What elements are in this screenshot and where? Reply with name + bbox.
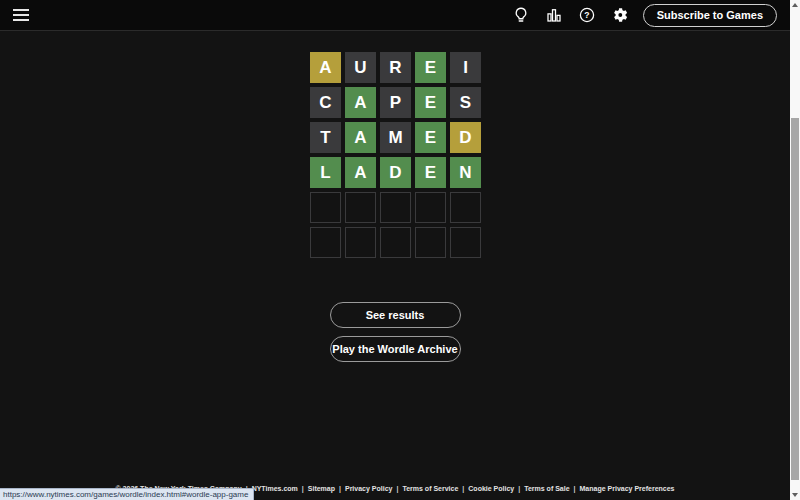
footer-separator [518,485,520,492]
footer-link-terms-of-service[interactable]: Terms of Service [402,485,458,492]
tile-r1c2: U [345,52,376,83]
scrollbar-down-arrow-icon[interactable] [790,490,800,500]
hamburger-menu-icon[interactable] [13,9,29,21]
footer-link-privacy-policy[interactable]: Privacy Policy [345,485,392,492]
tile-r5c5 [450,192,481,223]
wordle-board: A U R E I C A P E S T A M E D L A D E N [310,52,481,258]
footer-link-nytimes[interactable]: NYTimes.com [252,485,298,492]
footer-separator [462,485,464,492]
tile-r6c4 [415,227,446,258]
tile-r3c3: M [380,122,411,153]
tile-r2c2: A [345,87,376,118]
tile-r4c3: D [380,157,411,188]
play-wordle-archive-button[interactable]: Play the Wordle Archive [330,336,461,362]
tile-r5c3 [380,192,411,223]
tile-r6c3 [380,227,411,258]
footer-separator [339,485,341,492]
scrollbar-up-arrow-icon[interactable] [790,0,800,10]
tile-r3c1: T [310,122,341,153]
game-actions: See results Play the Wordle Archive [0,302,790,362]
tile-r6c5 [450,227,481,258]
tile-r4c4: E [415,157,446,188]
tile-r4c1: L [310,157,341,188]
footer-link-cookie-policy[interactable]: Cookie Policy [468,485,514,492]
tile-r6c1 [310,227,341,258]
header-actions: ? Subscribe to Games [511,4,777,27]
tile-r4c2: A [345,157,376,188]
tile-r2c1: C [310,87,341,118]
tile-r2c4: E [415,87,446,118]
footer-link-manage-privacy[interactable]: Manage Privacy Preferences [580,485,675,492]
top-navbar: ? Subscribe to Games [0,0,790,31]
tile-r3c5: D [450,122,481,153]
tile-r2c3: P [380,87,411,118]
hint-lightbulb-icon[interactable] [511,5,531,25]
footer-separator [396,485,398,492]
tile-r1c5: I [450,52,481,83]
footer-separator [302,485,304,492]
see-results-button[interactable]: See results [330,302,461,328]
tile-r1c4: E [415,52,446,83]
browser-status-url: https://www.nytimes.com/games/wordle/ind… [0,488,254,500]
footer-separator [574,485,576,492]
subscribe-to-games-button[interactable]: Subscribe to Games [643,4,777,27]
tile-r6c2 [345,227,376,258]
tile-r1c3: R [380,52,411,83]
tile-r3c2: A [345,122,376,153]
footer-link-sitemap[interactable]: Sitemap [308,485,335,492]
help-question-icon[interactable]: ? [577,5,597,25]
tile-r5c1 [310,192,341,223]
tile-r3c4: E [415,122,446,153]
scrollbar-thumb[interactable] [791,118,799,480]
vertical-scrollbar[interactable] [790,0,800,500]
statistics-bar-chart-icon[interactable] [544,5,564,25]
tile-r4c5: N [450,157,481,188]
tile-r5c4 [415,192,446,223]
footer-link-terms-of-sale[interactable]: Terms of Sale [524,485,569,492]
settings-gear-icon[interactable] [610,5,630,25]
tile-r2c5: S [450,87,481,118]
svg-text:?: ? [584,10,589,20]
tile-r5c2 [345,192,376,223]
tile-r1c1: A [310,52,341,83]
